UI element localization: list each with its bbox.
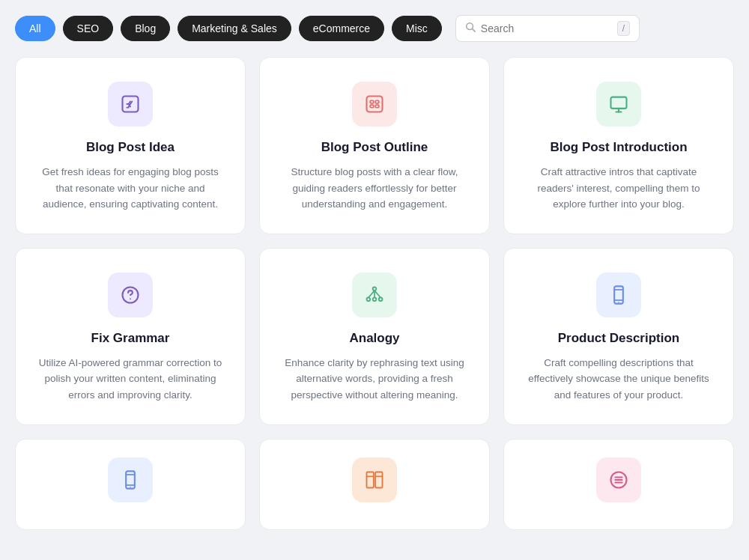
svg-point-15 <box>379 297 383 301</box>
card-icon-network <box>352 273 397 317</box>
card-icon-mobile <box>108 457 153 502</box>
filter-btn-all[interactable]: All <box>15 16 55 41</box>
svg-rect-29 <box>375 472 382 487</box>
card-description: Get fresh ideas for engaging blog posts … <box>34 164 227 213</box>
filter-bar: AllSEOBlogMarketing & SaleseCommerceMisc… <box>15 15 734 42</box>
card-icon-book <box>352 457 397 502</box>
search-icon <box>465 22 476 35</box>
search-shortcut: / <box>617 21 630 36</box>
card-title: Blog Post Introduction <box>550 140 687 155</box>
card-icon-list <box>352 82 397 127</box>
svg-point-23 <box>618 302 619 303</box>
card-title: Fix Grammar <box>91 331 170 346</box>
svg-line-1 <box>472 29 475 32</box>
search-box: / <box>455 15 640 42</box>
card-description: Craft attractive intros that captivate r… <box>522 164 715 213</box>
card-title: Analogy <box>349 331 399 346</box>
svg-rect-24 <box>126 471 135 488</box>
card-title: Blog Post Outline <box>321 140 428 155</box>
card-description: Enhance clarity by rephrasing text using… <box>278 355 471 404</box>
card-partial-2[interactable] <box>259 439 490 530</box>
svg-point-27 <box>130 487 131 488</box>
svg-rect-8 <box>611 97 627 109</box>
svg-line-17 <box>369 290 374 297</box>
svg-point-16 <box>373 297 377 301</box>
card-title: Blog Post Idea <box>86 140 175 155</box>
card-blog-post-idea[interactable]: Blog Post IdeaGet fresh ideas for engagi… <box>15 57 246 234</box>
card-product-description[interactable]: Product DescriptionCraft compelling desc… <box>503 248 734 425</box>
card-grid: Blog Post IdeaGet fresh ideas for engagi… <box>15 57 734 530</box>
card-partial-1[interactable] <box>15 439 246 530</box>
filter-btn-seo[interactable]: SEO <box>63 16 114 41</box>
search-input[interactable] <box>481 22 612 34</box>
card-icon-edit <box>108 82 153 127</box>
card-icon-question <box>108 273 153 317</box>
card-partial-3[interactable] <box>503 439 734 530</box>
card-icon-list-circle <box>596 457 641 502</box>
card-description: Structure blog posts with a clear flow, … <box>278 164 471 213</box>
svg-rect-20 <box>614 286 623 303</box>
card-description: Craft compelling descriptions that effec… <box>522 355 715 404</box>
svg-rect-5 <box>375 100 379 103</box>
svg-point-12 <box>130 298 131 299</box>
filter-btn-marketing-and-sales[interactable]: Marketing & Sales <box>178 16 291 41</box>
card-description: Utilize AI-powered grammar correction to… <box>34 355 227 404</box>
svg-rect-3 <box>367 97 383 112</box>
svg-point-13 <box>373 287 377 290</box>
card-fix-grammar[interactable]: Fix GrammarUtilize AI-powered grammar co… <box>15 248 246 425</box>
svg-rect-28 <box>367 472 374 487</box>
card-icon-mobile <box>596 273 641 317</box>
card-blog-post-introduction[interactable]: Blog Post IntroductionCraft attractive i… <box>503 57 734 234</box>
svg-rect-6 <box>370 105 374 108</box>
svg-rect-4 <box>370 100 374 103</box>
card-analogy[interactable]: AnalogyEnhance clarity by rephrasing tex… <box>259 248 490 425</box>
svg-line-18 <box>374 290 380 297</box>
filter-btn-ecommerce[interactable]: eCommerce <box>299 16 384 41</box>
card-title: Product Description <box>558 331 679 346</box>
filter-btn-misc[interactable]: Misc <box>392 16 442 41</box>
card-icon-monitor <box>596 82 641 127</box>
filter-btn-blog[interactable]: Blog <box>121 16 170 41</box>
card-blog-post-outline[interactable]: Blog Post OutlineStructure blog posts wi… <box>259 57 490 234</box>
svg-rect-7 <box>375 105 379 108</box>
svg-point-14 <box>367 297 371 301</box>
